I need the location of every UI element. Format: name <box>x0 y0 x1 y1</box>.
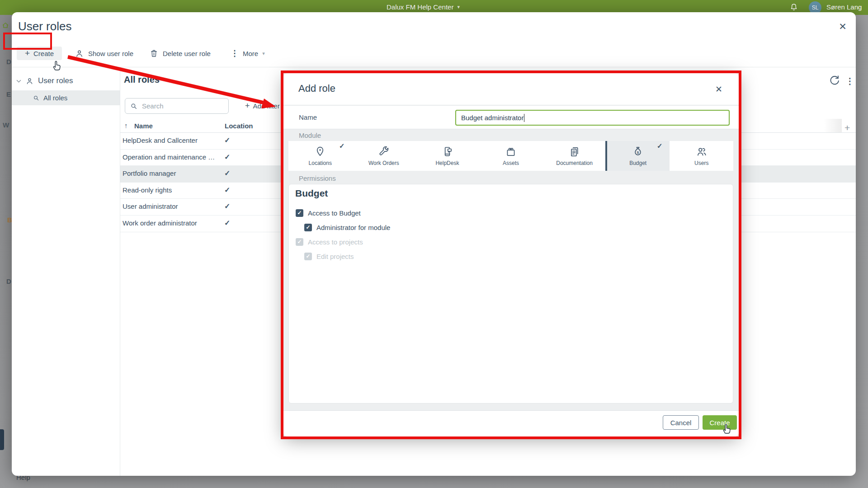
check-icon: ✓ <box>224 153 230 161</box>
chevron-down-icon: ▾ <box>457 4 460 10</box>
tab-helpdesk[interactable]: HelpDesk <box>415 141 479 171</box>
add-filter-button[interactable]: + Add filter <box>245 101 280 111</box>
check-icon: ✓ <box>224 219 230 227</box>
permissions-heading: Budget <box>295 188 328 199</box>
tab-work-orders[interactable]: Work Orders <box>352 141 416 171</box>
box-icon <box>505 146 517 158</box>
background-nav-bar <box>0 429 4 450</box>
add-role-modal: Add role ✕ Name Budget administrator Mod… <box>283 73 739 436</box>
check-icon: ✓ <box>224 169 230 178</box>
permissions-panel: Budget ✓ Access to Budget ✓ Administrato… <box>288 184 733 404</box>
checkbox-administrator-for-module[interactable]: ✓ Administrator for module <box>304 223 390 232</box>
show-user-role-button[interactable]: Show user role <box>75 47 133 60</box>
users-icon <box>696 146 708 158</box>
checkbox-edit-projects: ✓ Edit projects <box>304 252 354 261</box>
list-heading: All roles <box>124 75 160 85</box>
create-button-label: Create <box>33 50 54 57</box>
role-name: Read-only rights <box>123 186 172 194</box>
module-tabs: ✓ Locations Work Orders Help <box>288 141 733 171</box>
check-icon: ✓ <box>224 186 230 194</box>
role-name: User administrator <box>123 202 178 210</box>
tab-label: HelpDesk <box>435 160 459 166</box>
tab-budget[interactable]: ✓ $ Budget <box>606 141 670 171</box>
tab-label: Work Orders <box>368 160 399 166</box>
role-name: Portfolio manager <box>123 169 176 177</box>
role-name-value: Budget administrator <box>461 114 524 122</box>
dollar-glyph: $ <box>637 150 639 154</box>
role-name-input[interactable]: Budget administrator <box>455 110 730 126</box>
background-fragment: W <box>3 121 9 129</box>
sidebar-item-all-roles[interactable]: All roles <box>12 90 120 105</box>
background-fragment: D <box>6 58 11 66</box>
tab-users[interactable]: Users <box>670 141 733 171</box>
search-icon <box>130 102 138 110</box>
role-name: HelpDesk and Callcenter <box>123 136 198 144</box>
create-button[interactable]: + Create <box>17 47 62 60</box>
role-name: Work order administrator <box>123 219 197 227</box>
tab-label: Budget <box>629 160 646 166</box>
tab-label: Documentation <box>556 160 593 166</box>
check-icon: ✓ <box>657 142 663 150</box>
modal-footer: Cancel Create <box>283 411 739 436</box>
user-name[interactable]: Søren Lang <box>826 3 862 11</box>
wrench-icon <box>378 146 390 158</box>
home-icon <box>2 23 9 28</box>
kebab-icon[interactable]: ⋮ <box>845 75 855 87</box>
kebab-icon: ⋮ <box>231 48 239 58</box>
search-icon <box>33 94 40 102</box>
chevron-down-icon <box>16 80 21 83</box>
tab-label: Assets <box>503 160 519 166</box>
text-caret <box>524 114 524 122</box>
cancel-button[interactable]: Cancel <box>663 415 699 430</box>
tab-assets[interactable]: Assets <box>479 141 543 171</box>
role-name: Operation and maintenance … <box>123 153 215 161</box>
create-submit-button[interactable]: Create <box>703 415 737 430</box>
person-icon <box>75 49 84 58</box>
delete-user-role-button[interactable]: Delete user role <box>149 47 211 60</box>
refresh-icon[interactable] <box>828 75 841 87</box>
checkbox-label: Access to projects <box>308 238 363 246</box>
modal-header: Add role ✕ <box>283 73 739 105</box>
documents-icon <box>569 146 580 158</box>
bell-icon[interactable] <box>789 3 799 13</box>
sidebar-item-label: All roles <box>43 94 67 102</box>
add-column-button[interactable]: + <box>844 122 850 133</box>
tab-label: Locations <box>309 160 332 166</box>
checkbox-checked-icon: ✓ <box>296 209 303 217</box>
workspace-selector[interactable]: Dalux FM Help Center ▾ <box>387 3 460 11</box>
checkbox-access-to-budget[interactable]: ✓ Access to Budget <box>296 208 361 217</box>
background-fragment: E <box>6 90 11 98</box>
column-header-location[interactable]: Location <box>225 122 253 130</box>
column-header-name[interactable]: Name <box>134 122 153 130</box>
map-pin-icon <box>314 146 326 158</box>
plus-icon: + <box>245 101 250 111</box>
name-label: Name <box>299 113 317 121</box>
phone-chat-icon <box>441 146 453 158</box>
close-icon[interactable]: ✕ <box>836 20 849 33</box>
tab-documentation[interactable]: Documentation <box>542 141 606 171</box>
delete-user-role-label: Delete user role <box>163 50 211 57</box>
sidebar-item-user-roles[interactable]: User roles <box>12 75 120 87</box>
tab-locations[interactable]: ✓ Locations <box>288 141 352 171</box>
trash-icon <box>149 49 159 58</box>
modal-title: Add role <box>298 83 335 94</box>
check-icon: ✓ <box>224 136 230 145</box>
tab-label: Users <box>694 160 708 166</box>
check-icon: ✓ <box>339 142 345 150</box>
more-button[interactable]: ⋮ More ▾ <box>231 47 265 60</box>
check-icon: ✓ <box>224 202 230 211</box>
scroll-shade <box>824 119 842 132</box>
search-field[interactable] <box>141 102 218 110</box>
background-fragment: D <box>6 277 11 285</box>
search-input[interactable] <box>125 98 229 114</box>
checkbox-label: Edit projects <box>316 253 354 260</box>
name-row: Name Budget administrator <box>283 106 739 129</box>
workspace-title: Dalux FM Help Center <box>387 3 453 11</box>
checkbox-checked-icon: ✓ <box>304 224 312 231</box>
tab-group-divider <box>605 141 607 171</box>
show-user-role-label: Show user role <box>88 50 133 57</box>
person-icon <box>25 77 34 85</box>
close-icon[interactable]: ✕ <box>712 82 726 96</box>
add-filter-label: Add filter <box>253 102 280 110</box>
sort-ascending-icon[interactable]: ↑ <box>124 122 128 129</box>
